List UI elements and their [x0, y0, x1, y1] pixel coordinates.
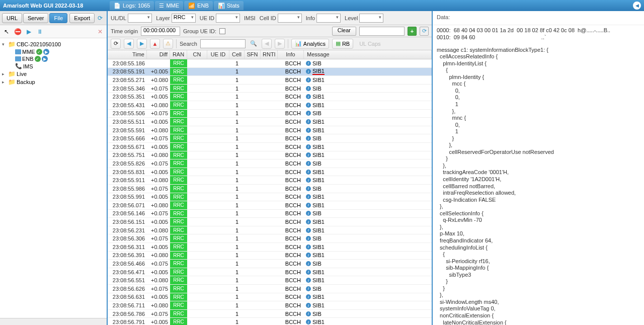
col-ran[interactable]: RAN — [170, 50, 187, 59]
table-row[interactable]: 23:08:55.511+0.005RRC1BCCHiSIB1 — [108, 118, 432, 126]
prev-icon[interactable]: ◀ — [124, 39, 134, 49]
tab-stats[interactable]: 📊Stats — [214, 1, 244, 10]
table-row[interactable]: 23:08:56.626+0.075RRC1BCCHiSIB — [108, 285, 432, 293]
table-row[interactable]: 23:08:55.826+0.075RRC1BCCHiSIB — [108, 159, 432, 168]
msg-text: SIB1 — [312, 319, 325, 325]
tree-item-ims[interactable]: 📞IMS — [0, 62, 107, 70]
hscroll[interactable] — [0, 318, 107, 325]
pause-icon[interactable]: ⏸ — [35, 27, 44, 36]
msg-text: SIB1 — [312, 127, 325, 133]
table-row[interactable]: 23:08:55.506+0.075RRC1BCCHiSIB — [108, 110, 432, 118]
tree-item-backup[interactable]: ▸📁Backup — [0, 78, 107, 86]
filter-dropdown[interactable] — [359, 27, 405, 36]
alert-icon[interactable]: ⚠ — [163, 39, 173, 49]
status-badge[interactable]: ▶ — [43, 49, 49, 55]
reload-icon[interactable]: ⟳ — [111, 39, 121, 49]
table-row[interactable]: 23:08:56.551+0.080RRC1BCCHiSIB1 — [108, 276, 432, 285]
level-select[interactable] — [359, 14, 383, 23]
table-row[interactable]: 23:08:56.146+0.075RRC1BCCHiSIB — [108, 210, 432, 218]
tree-item-enb[interactable]: ENB✓▶ — [0, 55, 107, 62]
play-icon[interactable]: ▶ — [24, 27, 33, 36]
col-cn[interactable]: CN — [187, 50, 207, 59]
server-button[interactable]: Server — [23, 13, 48, 23]
table-row[interactable]: 23:08:56.311+0.005RRC1BCCHiSIB1 — [108, 243, 432, 252]
status-badge[interactable]: ✓ — [36, 49, 42, 55]
table-row[interactable]: 23:08:55.346+0.075RRC1BCCHiSIB — [108, 85, 432, 93]
search-prev-icon[interactable]: ◀ — [262, 39, 272, 49]
close-icon[interactable]: ✕ — [96, 27, 105, 36]
table-row[interactable]: 23:08:56.231+0.080RRC1BCCHiSIB1 — [108, 226, 432, 235]
search-next-icon[interactable]: ▶ — [275, 39, 285, 49]
folder-icon: 📁 — [8, 78, 16, 86]
table-row[interactable]: 23:08:56.631+0.005RRC1BCCHiSIB1 — [108, 293, 432, 302]
table-row[interactable]: 23:08:55.986+0.075RRC1BCCHiSIB — [108, 185, 432, 193]
cell-ran: RRC — [170, 252, 187, 260]
cursor-icon[interactable]: ↖ — [2, 27, 11, 36]
col-time[interactable]: Time — [108, 50, 147, 59]
table-row[interactable]: 23:08:55.271+0.080RRC1BCCHiSIB1 — [108, 76, 432, 85]
table-row[interactable]: 23:08:56.151+0.005RRC1BCCHiSIB1 — [108, 218, 432, 226]
col-sfn[interactable]: SFN — [245, 50, 261, 59]
table-row[interactable]: 23:08:55.351+0.005RRC1BCCHiSIB1 — [108, 93, 432, 101]
refresh-icon[interactable]: ⟳ — [96, 14, 105, 23]
tree-item-mme[interactable]: MME✓▶ — [0, 48, 107, 55]
tab-enb[interactable]: 📶ENB — [184, 1, 213, 10]
tree-item-cbc-2021050100[interactable]: ▾📁CBC-2021050100 — [0, 40, 107, 48]
cellid-select[interactable] — [278, 14, 302, 23]
rb-button[interactable]: ▦RB — [332, 39, 353, 49]
table-row[interactable]: 23:08:56.791+0.005RRC1BCCHiSIB1 — [108, 318, 432, 325]
table-row[interactable]: 23:08:56.306+0.075RRC1BCCHiSIB — [108, 234, 432, 243]
table-row[interactable]: 23:08:55.591+0.080RRC1BCCHiSIB1 — [108, 126, 432, 135]
table-row[interactable]: 23:08:55.751+0.080RRC1BCCHiSIB1 — [108, 151, 432, 160]
url-button[interactable]: URL — [2, 13, 22, 23]
msg-text: SIB1 — [312, 144, 325, 150]
tree-item-live[interactable]: ▸📁Live — [0, 70, 107, 78]
col-ueid[interactable]: UE ID — [207, 50, 229, 59]
export-button[interactable]: Export — [69, 13, 95, 23]
clear-button[interactable]: Clear — [332, 27, 356, 36]
file-button[interactable]: File — [49, 13, 67, 23]
binoculars-icon[interactable]: 🔍 — [249, 39, 259, 49]
table-row[interactable]: 23:08:56.711+0.080RRC1BCCHiSIB1 — [108, 301, 432, 310]
table-row[interactable]: 23:08:55.911+0.080RRC1BCCHiSIB1 — [108, 176, 432, 185]
table-row[interactable]: 23:08:55.671+0.005RRC1BCCHiSIB1 — [108, 143, 432, 151]
time-origin-input[interactable]: 00:00:00.000 — [141, 27, 180, 36]
collapse-icon[interactable]: ◀ — [633, 2, 641, 10]
tab-logs[interactable]: 📄Logs: 1065 — [110, 1, 154, 10]
refresh-button[interactable]: ⟳ — [420, 27, 429, 36]
col-info[interactable]: Info — [278, 50, 304, 59]
tab-mme[interactable]: ☰MME — [155, 1, 183, 10]
table-row[interactable]: 23:08:56.466+0.075RRC1BCCHiSIB — [108, 260, 432, 268]
warn-icon[interactable]: ▲ — [150, 39, 160, 49]
group-ueid-checkbox[interactable] — [219, 28, 225, 34]
layer-select[interactable]: RRC — [172, 14, 196, 23]
table-row[interactable]: 23:08:55.191+0.005RRC1BCCHiSIB1 — [108, 68, 432, 76]
stop-icon[interactable]: ⛔ — [13, 27, 22, 36]
analytics-button[interactable]: 📊Analytics — [291, 39, 329, 49]
col-diff[interactable]: Diff — [147, 50, 170, 59]
uldl-select[interactable] — [128, 14, 152, 23]
table-row[interactable]: 23:08:55.666+0.075RRC1BCCHiSIB — [108, 134, 432, 143]
status-badge[interactable]: ▶ — [42, 56, 48, 62]
search-input[interactable] — [200, 39, 246, 48]
add-filter-button[interactable]: + — [408, 27, 417, 36]
cell-info: BCCH — [278, 127, 304, 133]
ueid-select[interactable] — [216, 14, 240, 23]
table-row[interactable]: 23:08:55.991+0.005RRC1BCCHiSIB1 — [108, 193, 432, 202]
next-icon[interactable]: ▶ — [137, 39, 147, 49]
cell-cell: 1 — [229, 94, 245, 100]
status-badge[interactable]: ✓ — [35, 56, 41, 62]
col-cell[interactable]: Cell — [229, 50, 245, 59]
table-row[interactable]: 23:08:56.471+0.005RRC1BCCHiSIB1 — [108, 268, 432, 277]
table-row[interactable]: 23:08:56.391+0.080RRC1BCCHiSIB1 — [108, 252, 432, 260]
tree-label: IMS — [23, 63, 33, 69]
cell-msg: iSIB1 — [304, 227, 432, 233]
col-rnti[interactable]: RNTI — [261, 50, 278, 59]
table-row[interactable]: 23:08:56.786+0.075RRC1BCCHiSIB — [108, 310, 432, 318]
table-row[interactable]: 23:08:55.831+0.005RRC1BCCHiSIB1 — [108, 168, 432, 177]
table-row[interactable]: 23:08:56.071+0.080RRC1BCCHiSIB1 — [108, 201, 432, 210]
col-message[interactable]: Message — [304, 50, 432, 59]
table-row[interactable]: 23:08:55.431+0.080RRC1BCCHiSIB1 — [108, 101, 432, 110]
table-row[interactable]: 23:08:55.186RRC1BCCHiSIB — [108, 59, 432, 68]
info-select[interactable] — [316, 14, 341, 23]
